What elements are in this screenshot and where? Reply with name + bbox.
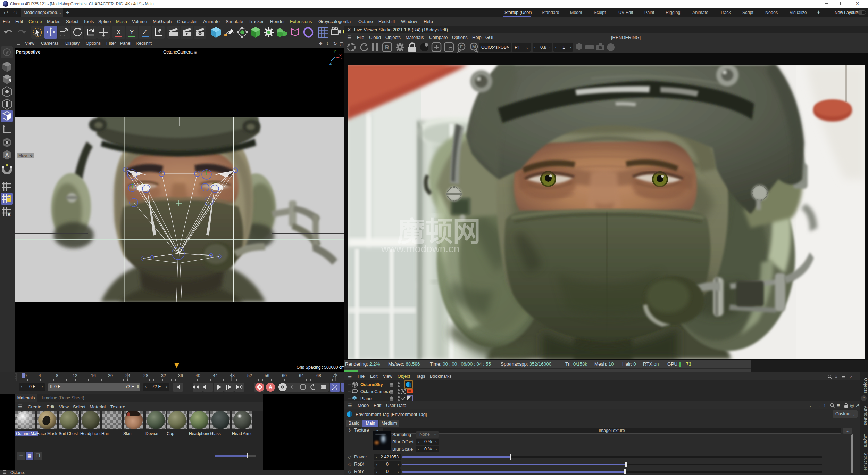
svg-text:魔顿网: 魔顿网 <box>397 216 481 247</box>
svg-text:Y: Y <box>334 50 336 54</box>
svg-text:M: M <box>472 44 476 49</box>
svg-text:Plane: Plane <box>360 396 372 401</box>
svg-text:OctaneCamera: OctaneCamera <box>360 389 390 394</box>
svg-text:72: 72 <box>333 373 337 378</box>
svg-text:16: 16 <box>91 373 96 378</box>
svg-text:Y: Y <box>130 28 134 36</box>
svg-text:36: 36 <box>178 373 183 378</box>
svg-text:32: 32 <box>161 373 166 378</box>
svg-text:X: X <box>339 54 342 58</box>
svg-text:60: 60 <box>282 373 287 378</box>
svg-text:40: 40 <box>195 373 200 378</box>
svg-text:A: A <box>7 212 11 218</box>
svg-text:R: R <box>385 44 389 50</box>
svg-text:A: A <box>269 384 272 390</box>
svg-text:X: X <box>116 28 121 36</box>
svg-text:44: 44 <box>213 373 218 378</box>
svg-text:4: 4 <box>39 373 41 378</box>
svg-text:www.modown.cn: www.modown.cn <box>381 243 459 254</box>
svg-text:48: 48 <box>230 373 235 378</box>
svg-text:12: 12 <box>73 373 77 378</box>
svg-text:Z: Z <box>329 62 332 65</box>
svg-text:28: 28 <box>143 373 148 378</box>
svg-text:52: 52 <box>247 373 252 378</box>
svg-text:0: 0 <box>24 373 27 378</box>
svg-text:68: 68 <box>316 373 321 378</box>
svg-text:20: 20 <box>108 373 113 378</box>
svg-text:8: 8 <box>56 373 58 378</box>
svg-text:64: 64 <box>299 373 304 378</box>
svg-text:Z: Z <box>143 28 147 36</box>
svg-text:F: F <box>460 44 463 49</box>
svg-text:A: A <box>5 152 9 159</box>
svg-text:OctaneSky: OctaneSky <box>360 382 383 387</box>
svg-text:56: 56 <box>265 373 269 378</box>
